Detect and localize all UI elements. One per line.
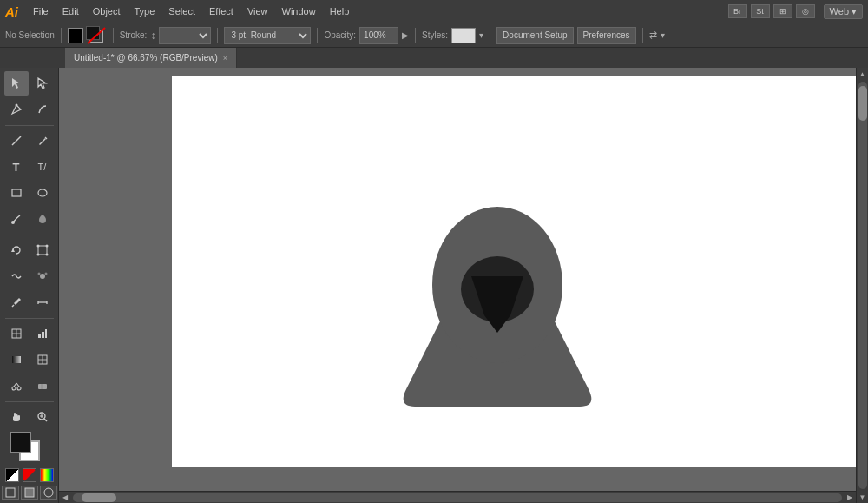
- pen-tools: [4, 97, 55, 122]
- document-tab[interactable]: Untitled-1* @ 66.67% (RGB/Preview) ×: [65, 48, 237, 69]
- menu-select[interactable]: Select: [162, 4, 201, 18]
- scroll-up-button[interactable]: ▲: [857, 68, 869, 80]
- opacity-input[interactable]: [359, 27, 398, 44]
- color-icon[interactable]: [40, 468, 54, 482]
- arrange-dropdown-arrow[interactable]: ▾: [661, 30, 665, 40]
- eyedropper-tool[interactable]: [4, 290, 29, 314]
- stroke-indicator[interactable]: [86, 26, 107, 45]
- isolation-mode-icon[interactable]: [21, 486, 38, 500]
- type-tool[interactable]: T: [4, 155, 29, 179]
- eraser-tool[interactable]: [30, 374, 55, 398]
- fill-swatch[interactable]: [68, 28, 83, 43]
- styles-swatch[interactable]: [451, 28, 476, 43]
- menu-type[interactable]: Type: [128, 4, 161, 18]
- creative-cloud-icon[interactable]: ◎: [796, 4, 815, 18]
- menu-view[interactable]: View: [241, 4, 274, 18]
- svg-point-45: [44, 488, 53, 497]
- menu-help[interactable]: Help: [324, 4, 356, 18]
- stock-icon[interactable]: St: [751, 4, 770, 18]
- h-scroll-thumb[interactable]: [82, 493, 116, 502]
- hooded-figure[interactable]: [389, 163, 606, 424]
- select-tool[interactable]: [4, 71, 29, 96]
- measure-tool[interactable]: [30, 290, 55, 314]
- tab-close-button[interactable]: ×: [223, 54, 227, 63]
- h-scroll-track: [73, 493, 842, 502]
- menu-edit[interactable]: Edit: [56, 4, 85, 18]
- line-tools: [4, 129, 55, 153]
- menu-effect[interactable]: Effect: [203, 4, 240, 18]
- chart-tool[interactable]: [30, 321, 55, 346]
- svg-rect-44: [25, 488, 34, 497]
- svg-marker-9: [11, 248, 15, 252]
- svg-rect-25: [38, 334, 41, 338]
- toolbar-separator-1: [61, 28, 62, 43]
- main-area: T T/: [0, 68, 868, 503]
- ellipse-tool[interactable]: [30, 181, 55, 205]
- path-type-tool[interactable]: T/: [30, 155, 55, 179]
- paintbrush-tool[interactable]: [4, 207, 29, 231]
- scroll-down-button[interactable]: ▼: [857, 491, 869, 503]
- pencil-tool[interactable]: [30, 129, 55, 153]
- svg-rect-28: [12, 356, 21, 363]
- gradient-tool[interactable]: [4, 347, 29, 372]
- scroll-track: [858, 82, 867, 489]
- hand-tool[interactable]: [4, 405, 29, 429]
- rectangle-tool[interactable]: [4, 181, 29, 205]
- fill-large-swatch[interactable]: [10, 432, 31, 453]
- svg-point-33: [17, 387, 21, 390]
- svg-rect-10: [38, 246, 47, 255]
- scroll-right-button[interactable]: ▶: [844, 492, 856, 504]
- svg-point-17: [44, 273, 47, 275]
- symbol-tool[interactable]: [30, 264, 55, 288]
- type-tools: T T/: [4, 155, 55, 179]
- svg-point-7: [38, 189, 47, 196]
- toolbar-separator-4: [317, 28, 318, 43]
- puppet-tools: [4, 264, 55, 288]
- tab-bar: Untitled-1* @ 66.67% (RGB/Preview) ×: [0, 47, 868, 68]
- rotate-tool[interactable]: [4, 238, 29, 262]
- svg-point-12: [45, 245, 48, 248]
- stroke-weight-dropdown[interactable]: [159, 27, 211, 44]
- chevron-down-icon: ▾: [852, 6, 857, 17]
- menu-bar: Ai File Edit Object Type Select Effect V…: [0, 0, 868, 23]
- workspace-dropdown[interactable]: Web ▾: [824, 4, 863, 19]
- svg-marker-1: [12, 78, 20, 89]
- zoom-tool[interactable]: [30, 405, 55, 429]
- tool-sep-1: [5, 125, 54, 126]
- menu-object[interactable]: Object: [87, 4, 127, 18]
- warp-tool[interactable]: [4, 264, 29, 288]
- direct-select-tool[interactable]: [30, 71, 55, 96]
- menu-window[interactable]: Window: [276, 4, 322, 18]
- styles-dropdown-arrow[interactable]: ▾: [479, 30, 483, 40]
- bridge-icon[interactable]: Br: [728, 4, 747, 18]
- shape-tools: [4, 181, 55, 205]
- stroke-up-down[interactable]: ↕: [150, 30, 155, 42]
- scroll-thumb[interactable]: [858, 86, 867, 121]
- default-colors-icon[interactable]: [5, 468, 19, 482]
- menu-right-area: Br St ⊞ ◎ Web ▾: [728, 4, 863, 19]
- svg-point-16: [37, 273, 40, 275]
- pen-tool[interactable]: [4, 97, 29, 122]
- fullscreen-icon[interactable]: [40, 486, 57, 500]
- tool-sep-4: [5, 401, 54, 402]
- scroll-left-button[interactable]: ◀: [59, 492, 71, 504]
- document-setup-button[interactable]: Document Setup: [496, 27, 574, 44]
- arrange-icon[interactable]: ⇄: [649, 30, 657, 41]
- none-icon[interactable]: [23, 468, 36, 482]
- blob-brush-tool[interactable]: [30, 207, 55, 231]
- mesh-tool[interactable]: [30, 347, 55, 372]
- opacity-expand-icon[interactable]: ▶: [402, 30, 409, 40]
- menu-file[interactable]: File: [27, 4, 55, 18]
- slice-tool[interactable]: [4, 321, 29, 346]
- fill-stroke-area: [68, 26, 107, 45]
- svg-rect-36: [38, 384, 47, 389]
- scissors-tool[interactable]: [4, 374, 29, 398]
- freeform-pen-tool[interactable]: [30, 97, 55, 122]
- grid-icon[interactable]: ⊞: [773, 4, 792, 18]
- toolbar-separator-3: [217, 28, 218, 43]
- preferences-button[interactable]: Preferences: [577, 27, 636, 44]
- stroke-style-dropdown[interactable]: 3 pt. Round: [224, 27, 311, 44]
- line-tool[interactable]: [4, 129, 29, 153]
- normal-mode-icon[interactable]: [2, 486, 19, 500]
- transform-tool[interactable]: [30, 238, 55, 262]
